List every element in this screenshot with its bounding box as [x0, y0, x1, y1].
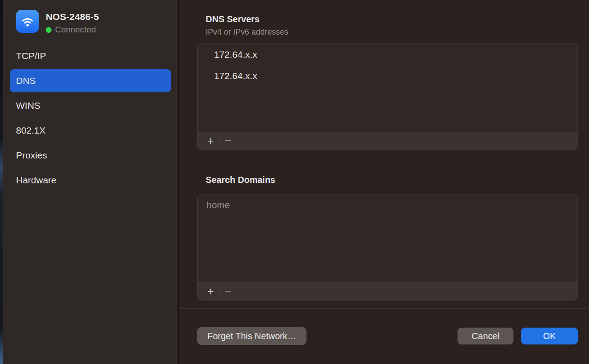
- network-meta: NOS-2486-5 Connected: [46, 10, 99, 35]
- forget-network-button[interactable]: Forget This Network…: [197, 327, 306, 345]
- footer-divider: [179, 309, 589, 309]
- search-domain-value: home: [207, 200, 230, 210]
- sidebar-nav-item[interactable]: DNS: [10, 69, 171, 92]
- ok-button[interactable]: OK: [521, 328, 578, 344]
- dns-servers-listbox: 172.64.x.x 172.64.x.x + −: [197, 44, 578, 150]
- search-domain-add-button[interactable]: +: [202, 283, 219, 300]
- network-header: NOS-2486-5 Connected: [16, 10, 171, 35]
- search-domain-remove-button[interactable]: −: [219, 283, 236, 300]
- sidebar-nav-item[interactable]: Hardware: [10, 169, 171, 192]
- sidebar-nav-item-label: TCP/IP: [16, 51, 46, 61]
- dns-server-address: 172.64.x.x: [214, 49, 257, 60]
- dns-server-row[interactable]: 172.64.x.x: [207, 44, 569, 65]
- search-domains-footer: + −: [198, 282, 577, 300]
- dns-server-row[interactable]: 172.64.x.x: [207, 65, 569, 87]
- network-status: Connected: [46, 25, 99, 35]
- network-name: NOS-2486-5: [46, 12, 99, 22]
- cancel-button[interactable]: Cancel: [458, 328, 513, 344]
- search-domains-title: Search Domains: [206, 174, 578, 186]
- dns-servers-subtitle: IPv4 or IPv6 addresses: [206, 27, 578, 37]
- wifi-icon: [16, 10, 39, 33]
- sidebar: NOS-2486-5 Connected TCP/IP DNS WINS: [3, 0, 178, 364]
- dns-add-button[interactable]: +: [202, 132, 219, 150]
- sidebar-nav-item[interactable]: TCP/IP: [10, 44, 171, 67]
- section-gap: [197, 150, 578, 174]
- connected-status-label: Connected: [55, 25, 96, 35]
- sidebar-nav-item[interactable]: 802.1X: [10, 119, 171, 142]
- search-domains-listbox: home + −: [197, 194, 578, 301]
- sidebar-nav-item[interactable]: Proxies: [10, 144, 171, 167]
- sidebar-nav-item[interactable]: WINS: [10, 94, 171, 117]
- search-domains-section: Search Domains home + −: [197, 174, 578, 301]
- sidebar-nav-item-label: 802.1X: [16, 125, 46, 136]
- dns-servers-list: 172.64.x.x 172.64.x.x: [198, 44, 577, 132]
- main-panel: DNS Servers IPv4 or IPv6 addresses 172.6…: [179, 0, 589, 364]
- dns-servers-section: DNS Servers IPv4 or IPv6 addresses 172.6…: [197, 13, 578, 150]
- sidebar-nav: TCP/IP DNS WINS 802.1X Proxies: [3, 44, 178, 192]
- dns-remove-button[interactable]: −: [219, 132, 236, 150]
- sidebar-nav-item-label: Proxies: [16, 150, 47, 161]
- search-domain-row[interactable]: home: [207, 194, 569, 216]
- dns-servers-footer: + −: [198, 132, 577, 150]
- sidebar-nav-item-label: DNS: [16, 75, 36, 86]
- dns-server-address: 172.64.x.x: [214, 71, 257, 81]
- connected-status-dot: [46, 27, 52, 33]
- sidebar-nav-item-label: Hardware: [16, 175, 56, 186]
- footer-bar: Forget This Network… Cancel OK: [197, 327, 578, 345]
- dns-servers-title: DNS Servers: [206, 13, 578, 25]
- search-domains-list: home: [198, 194, 577, 282]
- network-details-sheet: NOS-2486-5 Connected TCP/IP DNS WINS: [0, 0, 589, 364]
- sidebar-nav-item-label: WINS: [16, 100, 40, 111]
- desktop-wallpaper-sliver: [0, 0, 3, 364]
